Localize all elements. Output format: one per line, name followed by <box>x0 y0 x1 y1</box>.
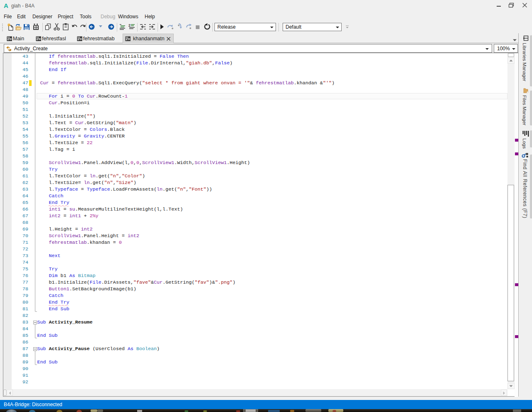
svg-text:2: 2 <box>128 24 131 27</box>
